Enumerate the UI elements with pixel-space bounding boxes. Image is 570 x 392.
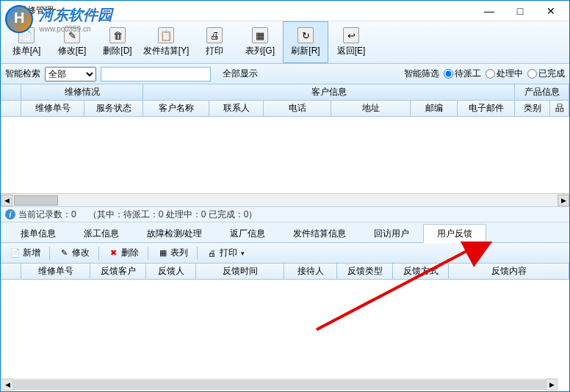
filter-bar: 智能检索 全部 全部显示 智能筛选 待派工 处理中 已完成: [1, 64, 569, 84]
back-icon: ↩: [343, 27, 359, 43]
receive-icon: 📄: [18, 27, 35, 43]
delete-icon-sub: ✖: [108, 247, 119, 258]
dispatch-settle-button[interactable]: 📋 发件结算[Y]: [140, 21, 192, 63]
minimize-button[interactable]: —: [474, 1, 505, 21]
col-brand[interactable]: 品: [550, 101, 569, 116]
columns-icon: ▦: [252, 27, 268, 43]
detail-tabs: 接单信息 派工信息 故障检测/处理 返厂信息 发件结算信息 回访用户 用户反馈: [1, 222, 569, 243]
record-breakdown: （其中：待派工：0 处理中：0 已完成：0）: [88, 208, 258, 221]
tab-fault[interactable]: 故障检测/处理: [133, 224, 216, 243]
receive-button[interactable]: 📄 接单[A]: [4, 21, 49, 63]
close-button[interactable]: ✕: [535, 1, 566, 21]
bottom-scrollbar[interactable]: ◀ ▶: [1, 378, 558, 391]
subcol-fb-person[interactable]: 反馈人: [146, 264, 196, 279]
add-icon: 📄: [10, 247, 21, 258]
col-order-no[interactable]: 维修单号: [21, 101, 84, 116]
main-toolbar: 📄 接单[A] ✎ 修改[E] 🗑 删除[D] 📋 发件结算[Y] 🖨 打印 ▦…: [1, 21, 569, 64]
subcol-fb-type[interactable]: 反馈类型: [337, 264, 393, 279]
show-all-label: 全部显示: [215, 68, 258, 80]
record-count: 当前记录数：0: [18, 209, 76, 219]
tab-receive[interactable]: 接单信息: [7, 224, 70, 243]
radio-done[interactable]: 已完成: [527, 68, 565, 80]
scope-select[interactable]: 全部: [45, 67, 96, 81]
dispatch-icon: 📋: [158, 27, 174, 43]
columns-button[interactable]: ▦ 表列[G]: [237, 21, 283, 63]
status-bar: i当前记录数：0 （其中：待派工：0 处理中：0 已完成：0）: [1, 206, 569, 222]
tab-dispatch[interactable]: 派工信息: [70, 224, 133, 243]
modify-button[interactable]: ✎ 修改[E]: [49, 21, 95, 63]
col-cust-name[interactable]: 客户名称: [143, 101, 209, 116]
subcol-fb-content[interactable]: 反馈内容: [449, 264, 569, 279]
grid-header-columns: 维修单号 服务状态 客户名称 联系人 电话 地址 邮编 电子邮件 类别 品: [1, 101, 569, 117]
bottom-scroll-right[interactable]: ▶: [546, 379, 558, 391]
subcol-fb-method[interactable]: 反馈方式: [393, 264, 449, 279]
radio-processing[interactable]: 处理中: [486, 68, 523, 80]
sub-grid-header: 维修单号 反馈客户 反馈人 反馈时间 接待人 反馈类型 反馈方式 反馈内容: [1, 264, 569, 280]
sub-toolbar: 📄新增 ✎修改 ✖删除 ▦表列 🖨打印▾: [1, 243, 569, 264]
info-icon: i: [5, 209, 15, 219]
group-repair: 维修情况: [21, 84, 143, 100]
subcol-fb-customer[interactable]: 反馈客户: [90, 264, 146, 279]
scroll-right-icon[interactable]: ▶: [558, 195, 569, 206]
tab-revisit[interactable]: 回访用户: [360, 224, 423, 243]
radio-pending[interactable]: 待派工: [444, 68, 481, 80]
subcol-receiver[interactable]: 接待人: [284, 264, 337, 279]
grid-top-scrollbar[interactable]: ◀ ▶: [1, 193, 569, 206]
col-zip[interactable]: 邮编: [411, 101, 458, 116]
delete-button[interactable]: 🗑 删除[D]: [95, 21, 140, 63]
print-icon-sub: 🖨: [206, 247, 217, 258]
print-icon: 🖨: [206, 27, 223, 43]
col-category[interactable]: 类别: [515, 101, 550, 116]
delete-icon: 🗑: [109, 27, 126, 43]
sub-add-button[interactable]: 📄新增: [5, 245, 45, 261]
smart-search-label: 智能检索: [5, 68, 40, 80]
group-customer: 客户信息: [143, 84, 515, 100]
columns-icon-sub: ▦: [157, 247, 168, 258]
col-status[interactable]: 服务状态: [84, 101, 143, 116]
maximize-button[interactable]: □: [505, 1, 535, 21]
sub-delete-button[interactable]: ✖删除: [104, 245, 143, 261]
refresh-button[interactable]: ↻ 刷新[R]: [283, 21, 328, 63]
print-button[interactable]: 🖨 打印: [192, 21, 237, 63]
dropdown-icon: ▾: [241, 250, 245, 257]
grid-header-groups: 维修情况 客户信息 产品信息: [1, 84, 569, 101]
tab-feedback[interactable]: 用户反馈: [423, 224, 486, 243]
smart-filter-label: 智能筛选: [404, 68, 439, 80]
window-title: 维修管理: [4, 4, 54, 17]
subcol-fb-time[interactable]: 反馈时间: [196, 264, 284, 279]
tab-settle[interactable]: 发件结算信息: [279, 224, 360, 243]
scroll-left-icon[interactable]: ◀: [1, 195, 12, 206]
subcol-order-no[interactable]: 维修单号: [21, 264, 90, 279]
tab-return-factory[interactable]: 返厂信息: [216, 224, 279, 243]
sub-columns-button[interactable]: ▦表列: [153, 245, 192, 261]
col-contact[interactable]: 联系人: [209, 101, 264, 116]
sub-grid-body: [1, 280, 569, 362]
col-email[interactable]: 电子邮件: [458, 101, 515, 116]
search-input[interactable]: [101, 67, 211, 81]
sub-edit-button[interactable]: ✎修改: [54, 245, 94, 261]
edit-icon: ✎: [59, 247, 70, 258]
scroll-thumb[interactable]: [14, 195, 58, 206]
modify-icon: ✎: [64, 27, 80, 43]
bottom-scroll-left[interactable]: ◀: [1, 379, 13, 391]
bottom-scroll-thumb[interactable]: [13, 380, 546, 390]
refresh-icon: ↻: [297, 27, 314, 43]
col-address[interactable]: 地址: [331, 101, 411, 116]
grid-body-top: [1, 117, 569, 193]
sub-print-button[interactable]: 🖨打印▾: [202, 245, 249, 261]
back-button[interactable]: ↩ 返回[E]: [328, 21, 374, 63]
group-product: 产品信息: [515, 84, 569, 100]
titlebar: 维修管理 — □ ✕: [1, 1, 569, 21]
col-phone[interactable]: 电话: [264, 101, 331, 116]
